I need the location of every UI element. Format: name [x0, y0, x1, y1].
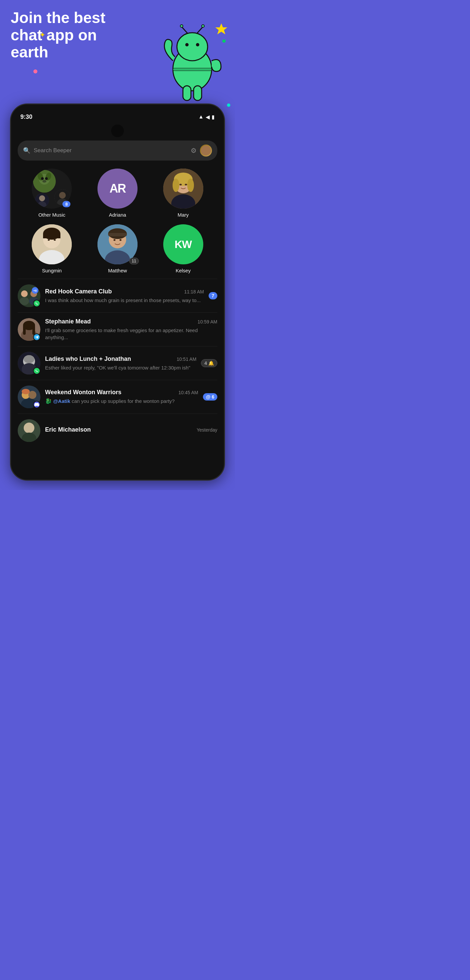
kelsey-name: Kelsey: [175, 268, 191, 274]
svg-point-7: [180, 25, 183, 27]
status-icons: ▲ ◀ ▮: [198, 114, 215, 120]
wonton-name: Weekend Wonton Warriors: [45, 389, 121, 396]
stephanie-time: 10:59 AM: [198, 319, 217, 325]
story-matthew[interactable]: 11 Matthew: [97, 224, 137, 274]
svg-point-40: [54, 239, 56, 241]
svg-point-16: [41, 177, 44, 180]
svg-point-30: [187, 178, 194, 192]
ladies-lunch-preview: Esther liked your reply, "OK we'll cya t…: [45, 364, 196, 371]
svg-point-71: [24, 423, 34, 433]
wonton-badge: @ 6: [203, 393, 217, 401]
svg-point-32: [179, 184, 182, 186]
search-placeholder[interactable]: Search Beeper: [34, 147, 187, 154]
ladies-lunch-content: Ladies who Lunch + Jonathan 10:51 AM Est…: [45, 355, 196, 371]
camera-notch: [111, 124, 124, 137]
ladies-lunch-name: Ladies who Lunch + Jonathan: [45, 355, 131, 363]
mary-name: Mary: [178, 212, 189, 218]
discord-icon: [33, 401, 40, 408]
svg-point-3: [185, 43, 189, 46]
wonton-preview-text: can you pick up supplies for the wonton …: [72, 398, 175, 404]
svg-line-5: [182, 27, 188, 33]
sungmin-avatar: [32, 224, 72, 264]
adriana-initials: AR: [110, 181, 126, 196]
chat-item-stephanie[interactable]: Stephanie Mead 10:59 AM I'll grab some g…: [18, 312, 217, 346]
other-music-name: Other Music: [38, 212, 65, 218]
matthew-name: Matthew: [108, 268, 127, 274]
red-hook-preview: I was think about how much grain is pres…: [45, 297, 204, 304]
sparkle-star-icon: ✦: [40, 31, 45, 40]
story-mary[interactable]: Mary: [163, 169, 203, 218]
mention-at-text: @Aatik: [53, 398, 70, 404]
ladies-lunch-badge: 4 🔔: [201, 359, 217, 367]
wonton-content: Weekend Wonton Warriors 10:45 AM 🐉 @Aati…: [45, 389, 198, 405]
svg-point-50: [20, 297, 29, 305]
wonton-badge-wrap: @ 6: [203, 393, 217, 401]
red-hook-content: Red Hook Camera Club 11:18 AM I was thin…: [45, 288, 204, 304]
search-bar[interactable]: 🔍 Search Beeper ⚙: [18, 140, 217, 161]
user-avatar[interactable]: [200, 145, 212, 156]
svg-rect-11: [173, 68, 212, 71]
battery-icon: ▮: [212, 114, 215, 120]
svg-point-33: [185, 184, 187, 186]
svg-point-17: [45, 177, 48, 180]
svg-point-20: [59, 192, 66, 199]
adriana-avatar: AR: [97, 169, 137, 208]
wonton-time: 10:45 AM: [178, 390, 198, 395]
eric-name: Eric Michaelson: [45, 426, 91, 433]
stephanie-content: Stephanie Mead 10:59 AM I'll grab some g…: [45, 318, 217, 341]
matthew-badge: 11: [129, 258, 139, 264]
svg-point-8: [202, 25, 204, 27]
svg-text:+8: +8: [33, 289, 37, 293]
ladies-lunch-badge-wrap: 4 🔔: [201, 359, 217, 367]
adriana-name: Adriana: [109, 212, 126, 218]
stories-row-2: Sungmin: [11, 222, 224, 279]
svg-point-63: [24, 355, 34, 363]
wonton-avatar-wrap: [18, 385, 40, 408]
svg-rect-44: [108, 233, 127, 236]
svg-point-39: [48, 239, 50, 241]
person2-mini-avatar: [35, 193, 49, 207]
eric-avatar-wrap: [18, 419, 40, 442]
eric-time: Yesterday: [197, 427, 217, 433]
svg-point-23: [39, 195, 45, 201]
page-wrapper: Join the best chat app on earth ✦: [0, 0, 235, 490]
stephanie-name: Stephanie Mead: [45, 318, 91, 325]
svg-point-49: [21, 290, 28, 297]
settings-icon[interactable]: ⚙: [191, 146, 197, 154]
dog-mini-avatar: [33, 170, 56, 192]
svg-rect-59: [23, 325, 26, 335]
chat-list: +8 Red Hook Camera Club 11:18 AM I was: [11, 279, 224, 445]
sungmin-name: Sungmin: [42, 268, 62, 274]
chat-item-ladies-lunch[interactable]: Ladies who Lunch + Jonathan 10:51 AM Est…: [18, 346, 217, 380]
other-music-badge: 8: [62, 201, 70, 207]
status-bar: 9:30 ▲ ◀ ▮: [11, 105, 224, 126]
eric-header: Eric Michaelson Yesterday: [45, 426, 217, 433]
chat-item-wonton[interactable]: Weekend Wonton Warriors 10:45 AM 🐉 @Aati…: [18, 380, 217, 414]
eric-avatar: [18, 419, 40, 442]
story-adriana[interactable]: AR Adriana: [97, 169, 137, 218]
chat-item-red-hook[interactable]: +8 Red Hook Camera Club 11:18 AM I was: [18, 279, 217, 312]
red-hook-time: 11:18 AM: [184, 289, 204, 294]
phone-frame: 9:30 ▲ ◀ ▮ 🔍 Search Beeper ⚙: [10, 103, 225, 480]
red-hook-badge: 7: [209, 292, 217, 299]
stories-row-1: 8 Other Music AR Adriana: [11, 166, 224, 222]
android-mascot-icon: [156, 18, 229, 101]
ladies-lunch-avatar-wrap: [18, 352, 40, 374]
stephanie-avatar-wrap: [18, 318, 40, 341]
kelsey-avatar: KW: [163, 224, 203, 264]
story-sungmin[interactable]: Sungmin: [32, 224, 72, 274]
mary-avatar: [163, 169, 203, 208]
wonton-preview: 🐉 @Aatik can you pick up supplies for th…: [45, 398, 198, 405]
search-icon: 🔍: [23, 147, 30, 154]
story-other-music[interactable]: 8 Other Music: [32, 169, 72, 218]
svg-rect-37: [43, 234, 61, 238]
svg-point-4: [196, 43, 199, 46]
ladies-lunch-time: 10:51 AM: [177, 356, 196, 362]
signal-icon: ◀: [206, 114, 210, 120]
whatsapp-icon: [33, 300, 40, 307]
hero-title: Join the best chat app on earth: [11, 10, 131, 61]
chat-item-eric[interactable]: Eric Michaelson Yesterday: [18, 414, 217, 445]
svg-line-6: [197, 27, 203, 33]
story-kelsey[interactable]: KW Kelsey: [163, 224, 203, 274]
stephanie-header: Stephanie Mead 10:59 AM: [45, 318, 217, 325]
